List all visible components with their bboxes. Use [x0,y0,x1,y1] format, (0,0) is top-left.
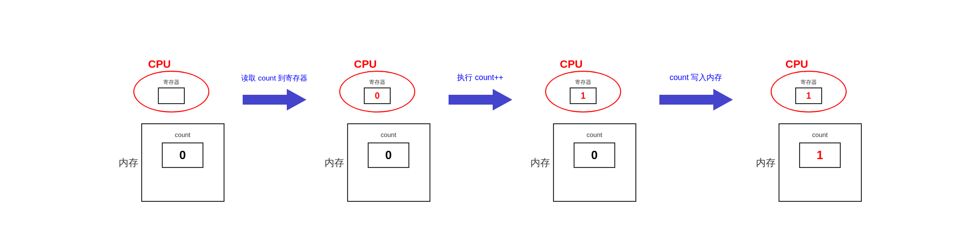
count-inner-3: 0 [574,142,615,168]
memory-section-3: 内存 count 0 [530,117,636,208]
cpu-label-2: CPU [354,58,377,71]
register-value-3: 1 [580,91,585,101]
cpu-section-2: CPU 寄存器 0 [339,41,415,112]
count-inner-1: 0 [162,142,203,168]
register-box-3: 1 [570,87,597,104]
register-label-1: 寄存器 [163,79,179,86]
register-box-1 [158,87,185,104]
register-label-2: 寄存器 [369,79,385,86]
cpu-ellipse-4: 寄存器 1 [771,71,847,112]
svg-marker-0 [243,89,306,111]
arrow-3-container: count 写入内存 [637,41,755,208]
memory-section-2: 内存 count 0 [325,117,430,208]
count-label-2: count [381,131,397,138]
register-label-4: 寄存器 [801,79,817,86]
register-value-4: 1 [806,91,811,101]
arrow-1-container: 读取 count 到寄存器 [226,41,324,208]
cpu-section-3: CPU 寄存器 1 [545,41,621,112]
cpu-ellipse-3: 寄存器 1 [545,71,621,112]
cpu-section-1: CPU 寄存器 [133,41,209,112]
memory-section-4: 内存 count 1 [756,117,862,208]
svg-marker-2 [659,89,733,111]
memory-label-2: 内存 [325,156,344,169]
count-value-3: 0 [591,148,598,162]
count-label-4: count [812,131,828,138]
memory-box-3: count 0 [553,123,636,202]
stage-4: CPU 寄存器 1 内存 count 1 [755,41,863,208]
memory-label-3: 内存 [530,156,550,169]
cpu-label-3: CPU [560,58,582,71]
svg-marker-1 [449,89,512,111]
arrow-1-shape [243,87,306,112]
count-inner-2: 0 [368,142,409,168]
arrow-3-shape [659,87,733,112]
memory-section-1: 内存 count 0 [119,117,225,208]
count-value-4: 1 [817,148,823,162]
memory-label-4: 内存 [756,156,776,169]
register-box-4: 1 [795,87,822,104]
count-label-3: count [587,131,603,138]
arrow-2-text: 执行 count++ [457,73,503,83]
main-container: CPU 寄存器 内存 count 0 [0,0,980,249]
count-inner-4: 1 [799,142,841,168]
register-value-2: 0 [375,91,379,101]
register-box-2: 0 [364,87,391,104]
count-label-1: count [175,131,191,138]
memory-box-4: count 1 [779,123,862,202]
diagram: CPU 寄存器 内存 count 0 [108,41,873,208]
memory-label-1: 内存 [119,156,138,169]
memory-box-1: count 0 [141,123,225,202]
arrow-2-shape [449,87,512,112]
cpu-ellipse-2: 寄存器 0 [339,71,415,112]
memory-box-2: count 0 [347,123,430,202]
arrow-1-text: 读取 count 到寄存器 [241,74,307,83]
count-value-1: 0 [179,148,186,162]
cpu-label-4: CPU [785,58,808,71]
cpu-section-4: CPU 寄存器 1 [771,41,847,112]
stage-3: CPU 寄存器 1 内存 count 0 [529,41,637,208]
cpu-label-1: CPU [148,58,171,71]
cpu-ellipse-1: 寄存器 [133,71,209,112]
register-label-3: 寄存器 [575,79,591,86]
count-value-2: 0 [385,148,392,162]
stage-1: CPU 寄存器 内存 count 0 [118,41,226,208]
arrow-2-container: 执行 count++ [431,41,529,208]
stage-2: CPU 寄存器 0 内存 count 0 [324,41,431,208]
arrow-3-text: count 写入内存 [670,73,723,83]
